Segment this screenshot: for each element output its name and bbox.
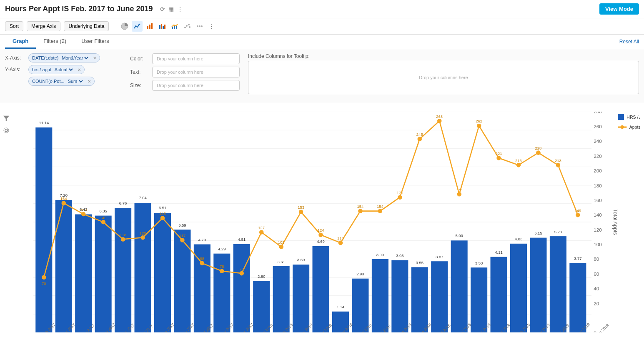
chart-type-dots[interactable]	[194, 21, 205, 32]
line-point	[318, 233, 323, 237]
chart-type-line[interactable]	[132, 21, 143, 32]
svg-text:114: 114	[337, 236, 344, 240]
svg-text:221: 221	[496, 151, 502, 156]
size-drop-zone[interactable]: Drop your column here	[152, 80, 240, 91]
text-drop-label: Text:	[130, 69, 149, 75]
svg-rect-66	[115, 208, 131, 332]
svg-text:4.11: 4.11	[495, 250, 502, 255]
color-drop-zone[interactable]: Drop your column here	[152, 53, 240, 64]
svg-text:3.99: 3.99	[376, 252, 384, 257]
refresh-icon[interactable]: ⟳	[160, 6, 165, 12]
svg-text:260: 260	[594, 124, 602, 129]
tab-graph[interactable]: Graph	[5, 35, 36, 49]
svg-text:171: 171	[396, 190, 403, 195]
svg-text:80: 80	[594, 256, 599, 262]
tab-filters[interactable]: Filters (2)	[36, 35, 74, 49]
svg-text:7.04: 7.04	[139, 195, 146, 200]
svg-text:120: 120	[140, 231, 146, 235]
y-axis-field1-pill[interactable]: hrs / appt Actual Sum Avg ✕	[28, 65, 85, 74]
svg-point-11	[184, 27, 186, 28]
svg-rect-72	[233, 244, 250, 332]
y-axis-row-2: COUNT(o.Pot... Sum Avg ✕	[5, 77, 122, 86]
line-point	[457, 192, 461, 197]
svg-rect-2	[149, 25, 150, 29]
svg-rect-73	[253, 281, 270, 332]
color-drop-row: Color: Drop your column here	[130, 53, 240, 64]
chart-type-combo[interactable]	[169, 21, 180, 32]
chart-type-bar[interactable]	[144, 21, 155, 32]
svg-text:109: 109	[278, 240, 285, 245]
tabs-bar: Graph Filters (2) User Filters Reset All	[0, 35, 644, 49]
text-drop-row: Text: Drop your column here	[130, 67, 240, 77]
line-point	[61, 201, 66, 205]
svg-text:11.14: 11.14	[39, 120, 49, 125]
svg-text:5.00: 5.00	[455, 233, 463, 238]
legend-bar-color	[618, 114, 624, 120]
sort-button[interactable]: Sort	[5, 21, 23, 31]
y-axis-field2-pill[interactable]: COUNT(o.Pot... Sum Avg ✕	[28, 77, 95, 86]
y-axis-row-1: Y-Axis: hrs / appt Actual Sum Avg ✕	[5, 65, 122, 74]
svg-point-12	[186, 25, 188, 27]
svg-text:3.69: 3.69	[297, 257, 305, 262]
svg-text:280: 280	[594, 112, 602, 114]
y-axis-field1-remove-icon[interactable]: ✕	[78, 67, 81, 72]
line-point	[378, 209, 383, 213]
svg-text:145: 145	[159, 211, 166, 216]
svg-text:160: 160	[594, 197, 602, 203]
x-axis-remove-icon[interactable]: ✕	[93, 56, 96, 60]
chart-type-pie[interactable]	[119, 21, 130, 32]
svg-rect-1	[147, 26, 148, 29]
svg-rect-62	[35, 127, 52, 332]
y-axis-field2-remove-icon[interactable]: ✕	[88, 79, 91, 84]
settings-icon[interactable]	[3, 127, 10, 135]
config-area: X-Axis: DATE(t.date) Mon&Year Year Month…	[0, 49, 644, 103]
svg-rect-63	[55, 200, 72, 332]
more-options-icon[interactable]: ⋮	[177, 6, 183, 12]
svg-text:2.80: 2.80	[258, 274, 265, 279]
line-point	[358, 209, 363, 213]
svg-rect-5	[161, 24, 162, 29]
filter-icon[interactable]	[3, 115, 10, 123]
line-point	[536, 150, 541, 155]
chart-type-grouped-bar[interactable]	[157, 21, 168, 32]
line-point	[259, 230, 264, 235]
text-drop-zone[interactable]: Drop your column here	[152, 67, 240, 77]
y-axis-agg2-select[interactable]: Sum Avg	[66, 78, 84, 84]
svg-text:75: 75	[239, 267, 244, 271]
y-axis-agg1-select[interactable]: Actual Sum Avg	[53, 67, 74, 72]
more-options-toolbar-icon[interactable]: ⋮	[208, 22, 215, 30]
svg-rect-88	[550, 236, 566, 332]
line-point	[180, 238, 185, 242]
line-point	[496, 156, 501, 160]
size-drop-label: Size:	[130, 82, 149, 88]
svg-text:20: 20	[594, 301, 599, 306]
svg-rect-81	[411, 267, 428, 332]
svg-text:213: 213	[515, 158, 522, 163]
svg-rect-65	[95, 216, 112, 333]
x-axis-field-pill[interactable]: DATE(t.date) Mon&Year Year Month ✕	[28, 53, 100, 62]
tooltip-drop-zone[interactable]: Drop your columns here	[248, 61, 639, 94]
tab-user-filters[interactable]: User Filters	[74, 35, 116, 49]
y-axis-field2-text: COUNT(o.Pot...	[32, 79, 65, 84]
svg-text:3.87: 3.87	[436, 255, 443, 259]
x-axis-format-select[interactable]: Mon&Year Year Month	[60, 55, 90, 61]
merge-axis-button[interactable]: Merge Axis	[27, 21, 60, 31]
line-point	[42, 275, 46, 280]
line-point	[121, 237, 125, 242]
svg-text:4.69: 4.69	[317, 239, 324, 244]
svg-rect-82	[431, 261, 448, 332]
view-mode-button[interactable]: View Mode	[599, 3, 639, 15]
export-icon[interactable]: ▦	[168, 6, 174, 12]
reset-all-link[interactable]: Reset All	[619, 39, 639, 45]
svg-point-17	[201, 25, 203, 27]
underlying-data-button[interactable]: Underlying Data	[64, 21, 109, 31]
svg-text:3.77: 3.77	[574, 256, 581, 261]
x-axis-row: X-Axis: DATE(t.date) Mon&Year Year Month…	[5, 53, 122, 62]
svg-text:6.35: 6.35	[99, 209, 107, 213]
left-icons	[0, 103, 13, 352]
line-point	[160, 216, 165, 220]
y-axis-label: Y-Axis:	[5, 67, 26, 72]
svg-point-20	[4, 128, 9, 133]
chart-type-scatter[interactable]	[182, 21, 193, 32]
svg-rect-67	[135, 203, 151, 332]
